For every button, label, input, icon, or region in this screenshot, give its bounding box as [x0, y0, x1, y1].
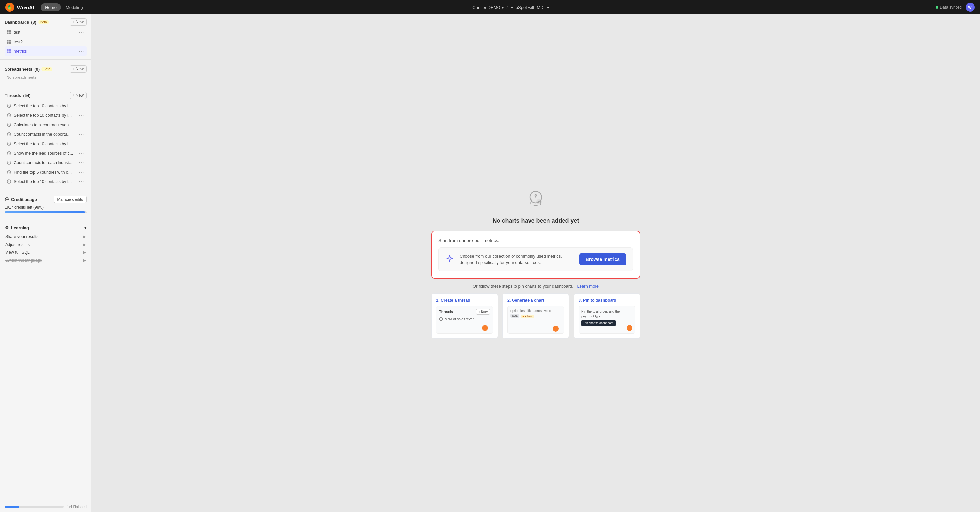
- thread-more-7[interactable]: ⋯: [78, 169, 84, 175]
- thread-label-1: Select the top 10 contacts by l...: [14, 113, 72, 118]
- learning-item-language[interactable]: Switch the language ▶: [5, 256, 87, 264]
- svg-rect-6: [7, 42, 9, 44]
- dashboard-metrics-icon: [6, 49, 11, 54]
- thread-item-5[interactable]: Show me the lead sources of c... ⋯: [5, 148, 87, 158]
- svg-rect-1: [9, 30, 11, 32]
- thread-more-1[interactable]: ⋯: [78, 112, 84, 118]
- new-spreadsheet-button[interactable]: + New: [70, 65, 87, 73]
- dashboard-test-more[interactable]: ⋯: [78, 29, 84, 35]
- breadcrumb-separator: /: [507, 5, 508, 10]
- learning-adjust-label: Adjust results: [5, 242, 30, 247]
- thread-label-8: Select the top 10 contacts by l...: [14, 180, 72, 184]
- dashboards-title: Dashboards (3) Beta: [5, 20, 49, 24]
- thread-item-8[interactable]: Select the top 10 contacts by l... ⋯: [5, 177, 87, 187]
- step-card-1: 1. Create a thread Threads + New MoM of …: [431, 293, 498, 339]
- logo[interactable]: 🦜 WrenAI: [5, 3, 34, 12]
- thread-item-7[interactable]: Find the top 5 countries with o... ⋯: [5, 167, 87, 177]
- svg-rect-7: [9, 42, 11, 44]
- empty-state-title: No charts have been added yet: [492, 217, 579, 224]
- thread-icon-0: [6, 103, 11, 108]
- svg-rect-2: [7, 32, 9, 34]
- thread-more-0[interactable]: ⋯: [78, 103, 84, 109]
- learning-collapse-icon: ▾: [84, 225, 87, 230]
- learning-sql-chevron: ▶: [83, 250, 86, 255]
- thread-more-6[interactable]: ⋯: [78, 160, 84, 166]
- svg-rect-9: [9, 49, 11, 51]
- source-name: HubSpot with MDL: [510, 5, 546, 10]
- thread-item-6[interactable]: Count contacts for each indust... ⋯: [5, 158, 87, 167]
- svg-rect-11: [9, 51, 11, 53]
- sync-label: Data synced: [940, 5, 962, 10]
- learning-progress-bar: [5, 506, 64, 508]
- thread-item-2[interactable]: Calculates total contract reven... ⋯: [5, 120, 87, 129]
- no-spreadsheets: No spreadsheets: [5, 75, 87, 82]
- svg-rect-4: [7, 40, 9, 41]
- learn-more-link[interactable]: Learn more: [577, 284, 598, 289]
- project-selector[interactable]: Canner DEMO ▾: [473, 5, 504, 10]
- learning-share-chevron: ▶: [83, 234, 86, 239]
- svg-rect-8: [7, 49, 9, 51]
- step-2-title: 2. Generate a chart: [508, 298, 564, 303]
- manage-credits-button[interactable]: Manage credits: [54, 196, 87, 203]
- thread-more-3[interactable]: ⋯: [78, 131, 84, 137]
- learning-header[interactable]: Learning ▾: [5, 225, 87, 230]
- thread-icon-4: [6, 141, 11, 146]
- logo-icon: 🦜: [5, 3, 14, 12]
- svg-rect-5: [9, 40, 11, 41]
- cursor-icon-3: [627, 325, 632, 331]
- spreadsheets-title: Spreadsheets (0) Beta: [5, 67, 52, 72]
- sidebar-item-test[interactable]: test ⋯: [5, 27, 87, 37]
- dashboards-beta-badge: Beta: [38, 20, 49, 24]
- spreadsheets-section: Spreadsheets (0) Beta + New No spreadshe…: [0, 61, 91, 84]
- thread-more-8[interactable]: ⋯: [78, 179, 84, 185]
- divider-2: [0, 86, 91, 86]
- svg-rect-10: [7, 51, 9, 53]
- thread-icon-7: [6, 170, 11, 175]
- thread-icon-1: [6, 113, 11, 118]
- dashboard-metrics-label: metrics: [14, 49, 27, 54]
- learning-item-adjust[interactable]: Adjust results ▶: [5, 241, 87, 249]
- logo-text: WrenAI: [17, 5, 34, 10]
- browse-metrics-button[interactable]: Browse metrics: [579, 254, 626, 265]
- dashboard-test2-more[interactable]: ⋯: [78, 38, 84, 45]
- user-avatar[interactable]: WI: [966, 3, 975, 12]
- dashboard-metrics-more[interactable]: ⋯: [78, 48, 84, 54]
- new-dashboard-button[interactable]: + New: [70, 18, 87, 26]
- step-3-title: 3. Pin to dashboard: [579, 298, 635, 303]
- thread-item-3[interactable]: Count contacts in the opportu... ⋯: [5, 129, 87, 139]
- spreadsheets-beta-badge: Beta: [41, 67, 52, 71]
- metrics-card-description: Choose from our collection of commonly u…: [460, 253, 574, 266]
- threads-section: Threads (54) + New Select the top 10 con…: [0, 88, 91, 188]
- thread-more-5[interactable]: ⋯: [78, 150, 84, 156]
- main-content: No charts have been added yet Start from…: [91, 14, 980, 512]
- new-thread-button[interactable]: + New: [70, 92, 87, 99]
- step-card-3: 3. Pin to dashboard Pin the total order,…: [574, 293, 640, 339]
- thread-label-4: Select the top 10 contacts by l...: [14, 142, 72, 146]
- spreadsheets-header: Spreadsheets (0) Beta + New: [5, 65, 87, 73]
- dashboard-icon: [6, 30, 11, 35]
- thread-item-4[interactable]: Select the top 10 contacts by l... ⋯: [5, 139, 87, 148]
- learning-title: Learning: [5, 225, 29, 230]
- sidebar-item-metrics[interactable]: metrics ⋯: [5, 46, 87, 56]
- sidebar-item-test2[interactable]: test2 ⋯: [5, 37, 87, 46]
- learning-language-chevron: ▶: [83, 258, 86, 263]
- svg-rect-3: [9, 32, 11, 34]
- modeling-button[interactable]: Modeling: [62, 3, 86, 11]
- sync-dot: [935, 6, 938, 8]
- cursor-icon-2: [553, 325, 558, 332]
- project-breadcrumb: Canner DEMO ▾ / HubSpot with MDL ▾: [86, 5, 936, 10]
- learning-item-share[interactable]: Share your results ▶: [5, 233, 87, 241]
- home-button[interactable]: Home: [40, 3, 61, 11]
- learning-progress-fill: [5, 506, 19, 508]
- step-3-preview: Pin the total order, and the payment typ…: [579, 306, 635, 334]
- learning-item-sql[interactable]: View full SQL ▶: [5, 249, 87, 256]
- progress-label: 1/4 Finished: [67, 505, 87, 509]
- divider-1: [0, 59, 91, 59]
- thread-more-2[interactable]: ⋯: [78, 122, 84, 128]
- thread-item-1[interactable]: Select the top 10 contacts by l... ⋯: [5, 110, 87, 120]
- thread-item-0[interactable]: Select the top 10 contacts by l... ⋯: [5, 101, 87, 110]
- credit-title: Credit usage: [5, 197, 37, 202]
- thread-more-4[interactable]: ⋯: [78, 140, 84, 147]
- source-dropdown-icon: ▾: [547, 5, 549, 10]
- source-selector[interactable]: HubSpot with MDL ▾: [510, 5, 549, 10]
